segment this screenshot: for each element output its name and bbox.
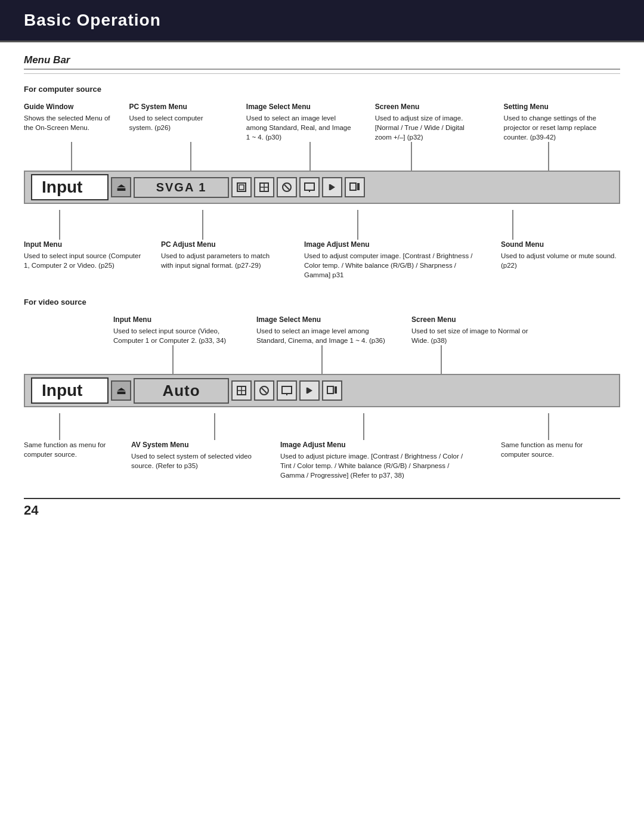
annotation-av-system: AV System Menu Used to select system of … [131,440,268,480]
annotation-image-select: Image Select Menu Used to select an imag… [246,102,357,142]
annotation-setting-menu: Setting Menu Used to change settings of … [504,102,620,142]
svg-rect-17 [350,183,356,190]
annotation-title: AV System Menu [131,440,264,450]
bottom-annotations-video: Same function as menu for computer sourc… [24,440,620,480]
annotation-screen-menu: Screen Menu Used to adjust size of image… [375,102,486,142]
annotation-image-adjust-v: Image Adjust Menu Used to adjust picture… [280,440,477,480]
input-icon-v: ⏏ [111,380,131,401]
svg-rect-36 [327,386,333,394]
page-header: Basic Operation [0,0,644,42]
bottom-connectors-computer [24,210,620,240]
annotation-title: PC Adjust Menu [161,240,281,250]
svg-rect-6 [239,185,244,190]
page-title: Basic Operation [24,11,620,30]
annotation-sound-menu: Sound Menu Used to adjust volume or mute… [501,240,620,280]
connector-lines-top-v [24,345,620,374]
annotation-title: Guide Window [24,102,113,112]
auto-label: Auto [134,378,229,404]
video-menu-bar: Input ⏏ Auto [24,374,620,407]
svg-rect-18 [357,183,360,190]
annotation-same-left: Same function as menu for computer sourc… [24,440,119,480]
annotation-image-adjust: Image Adjust Menu Used to adjust compute… [304,240,483,280]
annotation-text: Used to adjust parameters to match with … [161,251,281,270]
annotation-text: Same function as menu for computer sourc… [24,440,114,459]
connector-lines-bottom-v [24,413,620,440]
annotation-image-select-v: Image Select Menu Used to select an imag… [256,315,400,345]
annotation-text: Used to adjust volume or mute sound. (p2… [501,251,620,270]
icon-v-2 [254,380,274,401]
annotation-title: Image Adjust Menu [280,440,472,450]
annotation-input-menu: Input Menu Used to select input source (… [24,240,149,280]
annotation-title: PC System Menu [129,102,224,112]
icon-v-4 [299,380,320,401]
input-icon: ⏏ [111,177,131,197]
svga-label: SVGA 1 [134,177,229,198]
top-connectors-computer [24,142,620,171]
annotation-text: Used to adjust picture image. [Contrast … [280,451,472,480]
video-source-section: For video source Input Menu Used to sele… [24,298,620,480]
icon-v-1 [231,380,252,401]
annotation-text: Used to select system of selected video … [131,451,264,470]
annotation-title: Input Menu [24,240,144,250]
annotation-title: Sound Menu [501,240,620,250]
annotation-title: Screen Menu [411,315,543,325]
top-annotations-computer: Guide Window Shows the selected Menu of … [24,102,620,142]
annotation-title: Image Adjust Menu [304,240,478,250]
input-box-v: Input [31,377,109,404]
computer-source-label: For computer source [24,85,620,94]
computer-menu-bar: Input ⏏ SVGA 1 [24,171,620,204]
bottom-connectors-video [24,413,620,440]
annotation-text: Used to set size of image to Normal or W… [411,326,543,345]
svg-marker-15 [330,184,335,190]
annotation-title: Setting Menu [504,102,620,112]
annotation-text: Used to adjust computer image. [Contrast… [304,251,478,280]
page-number: 24 [24,503,38,518]
icon-1 [231,177,252,197]
connector-lines-top [24,142,620,171]
annotation-pc-adjust: PC Adjust Menu Used to adjust parameters… [161,240,286,280]
svg-rect-12 [305,183,314,190]
annotation-text: Used to select computer system. (p26) [129,113,224,132]
icon-6 [345,177,365,197]
annotation-text: Used to change settings of the projector… [504,113,620,142]
icon-5 [322,177,342,197]
annotation-text: Used to select input source (Computer 1,… [24,251,144,270]
top-connectors-video [24,345,620,374]
annotation-text: Same function as menu for computer sourc… [501,440,608,459]
bottom-annotations-computer: Input Menu Used to select input source (… [24,240,620,280]
input-label: Input [42,178,82,197]
svg-marker-34 [308,388,312,394]
section-title: Menu Bar [24,54,620,70]
annotation-screen-menu-v: Screen Menu Used to set size of image to… [411,315,543,345]
annotation-text: Used to select an image level among Stan… [256,326,395,345]
icon-3 [277,177,297,197]
annotation-title: Screen Menu [375,102,481,112]
icon-v-3 [277,380,297,401]
top-annotations-video: Input Menu Used to select input source (… [24,315,620,345]
video-source-label: For video source [24,298,620,306]
input-box: Input [31,174,109,200]
annotation-same-right: Same function as menu for computer sourc… [501,440,608,480]
annotation-title: Input Menu [113,315,240,325]
annotation-guide-window: Guide Window Shows the selected Menu of … [24,102,117,142]
svg-rect-37 [335,386,337,394]
svg-rect-5 [237,183,246,191]
annotation-text: Used to select input source (Video, Comp… [113,326,240,345]
annotation-text: Used to select an image level among Stan… [246,113,352,142]
svg-rect-31 [282,386,292,394]
annotation-input-menu-v: Input Menu Used to select input source (… [113,315,244,345]
icon-v-5 [322,380,342,401]
icon-4 [299,177,320,197]
annotation-title: Image Select Menu [256,315,395,325]
input-label-v: Input [42,381,82,400]
annotation-pc-system: PC System Menu Used to select computer s… [129,102,228,142]
svg-line-30 [262,388,267,393]
annotation-text: Shows the selected Menu of the On-Screen… [24,113,113,132]
icon-2 [254,177,274,197]
connector-lines-bottom [24,210,620,240]
svg-line-11 [284,185,289,190]
annotation-title: Image Select Menu [246,102,352,112]
annotation-text: Used to adjust size of image. [Normal / … [375,113,481,142]
